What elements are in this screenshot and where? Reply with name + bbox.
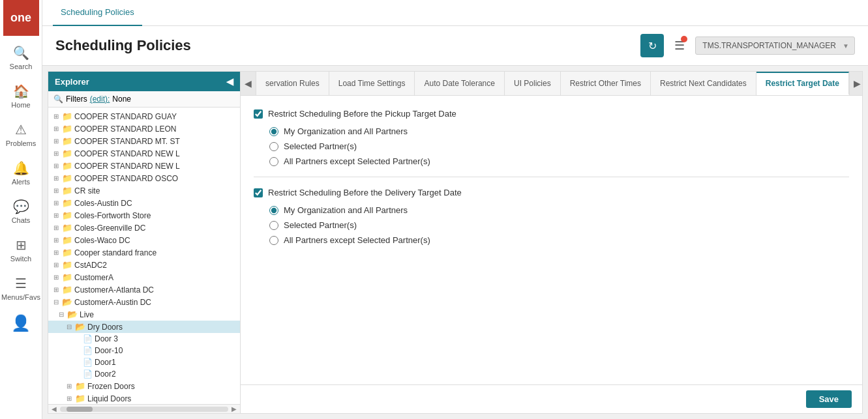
sidebar-item-switch[interactable]: ⊞ Switch [0, 231, 42, 269]
scroll-left-arrow[interactable]: ◀ [50, 405, 59, 412]
tree-item-cooper-guay[interactable]: ⊞ 📁 COOPER STANDARD GUAY [48, 110, 240, 123]
tree-item-customera-atlanta[interactable]: ⊞ 📁 CustomerA-Atlanta DC [48, 283, 240, 296]
sidebar: one 🔍 Search 🏠 Home ⚠ Problems 🔔 Alerts … [0, 0, 42, 419]
sidebar-label-alerts: Alerts [12, 178, 30, 186]
explorer-title: Explorer [55, 77, 89, 87]
header-actions: ↻ ☰ TMS.TRANSPORTATION_MANAGER [640, 34, 855, 57]
tree-item-customera[interactable]: ⊞ 📁 CustomerA [48, 271, 240, 283]
tree-item-live[interactable]: ⊟ 📂 Live [48, 308, 240, 321]
tab-load-time[interactable]: Load Time Settings [329, 72, 415, 95]
expand-icon: ⊟ [67, 323, 73, 330]
save-button[interactable]: Save [806, 390, 852, 408]
tab-scroll-left[interactable]: ◀ [241, 72, 256, 95]
sidebar-label-switch: Switch [10, 255, 31, 263]
folder-icon: 📁 [62, 111, 72, 121]
main-tab[interactable]: Scheduling Policies [53, 0, 142, 26]
delivery-radio-row-1: My Organization and All Partners [269, 205, 849, 215]
filter-edit-link[interactable]: (edit): [90, 94, 110, 104]
filter-icon: 🔍 [53, 94, 63, 104]
expand-icon: ⊞ [53, 224, 60, 231]
pickup-radio-label-selected: Selected Partner(s) [284, 141, 357, 151]
right-panel: ◀ servation Rules Load Time Settings Aut… [241, 72, 862, 413]
horizontal-scrollbar: ◀ ▶ [48, 404, 240, 413]
folder-icon: 📁 [75, 394, 85, 403]
refresh-button[interactable]: ↻ [640, 34, 664, 57]
tree-item-door10[interactable]: 📄 Door-10 [48, 345, 240, 356]
delivery-radio-myorg[interactable] [269, 206, 278, 215]
tree-label: Door2 [95, 369, 116, 379]
expand-icon: ⊟ [53, 298, 60, 306]
tab-scroll-right[interactable]: ▶ [849, 72, 862, 95]
filter-value: None [112, 94, 131, 104]
folder-open-icon: 📂 [62, 297, 72, 307]
tab-auto-date[interactable]: Auto Date Tolerance [415, 72, 505, 95]
tree-item-cstadc2[interactable]: ⊞ 📁 CstADC2 [48, 259, 240, 271]
expand-icon: ⊞ [53, 113, 60, 120]
hamburger-menu-button[interactable]: ☰ [674, 38, 685, 53]
explorer-tree: ⊞ 📁 COOPER STANDARD GUAY ⊞ 📁 COOPER STAN… [48, 108, 240, 404]
tree-item-cooper-new2[interactable]: ⊞ 📁 COOPER STANDARD NEW L [48, 160, 240, 172]
collapse-icon[interactable]: ◀ [226, 76, 233, 87]
tree-item-coles-fort[interactable]: ⊞ 📁 Coles-Fortworth Store [48, 209, 240, 222]
tree-item-door2[interactable]: 📄 Door2 [48, 368, 240, 380]
pickup-checkbox[interactable] [254, 109, 263, 119]
tree-label: Door 3 [95, 334, 118, 343]
tree-item-liquid-doors[interactable]: ⊞ 📁 Liquid Doors [48, 392, 240, 404]
tree-label: CustomerA [74, 273, 113, 282]
scroll-right-arrow[interactable]: ▶ [230, 405, 239, 412]
pickup-radio-selected[interactable] [269, 142, 278, 151]
scroll-thumb[interactable] [67, 407, 93, 412]
tab-restrict-other[interactable]: Restrict Other Times [561, 72, 651, 95]
tree-item-customera-austin[interactable]: ⊟ 📂 CustomerA-Austin DC [48, 296, 240, 308]
tree-item-cr-site[interactable]: ⊞ 📁 CR site [48, 184, 240, 197]
tree-label: Frozen Doors [87, 382, 135, 391]
delivery-radio-all-except[interactable] [269, 236, 278, 245]
folder-icon: 📁 [62, 260, 72, 270]
tab-ui-policies[interactable]: UI Policies [505, 72, 561, 95]
tab-restrict-target[interactable]: Restrict Target Date [756, 72, 849, 95]
tree-item-coles-austin[interactable]: ⊞ 📁 Coles-Austin DC [48, 197, 240, 209]
tree-item-cooper-leon[interactable]: ⊞ 📁 COOPER STANDARD LEON [48, 123, 240, 135]
expand-icon: ⊞ [53, 162, 60, 169]
tab-observation-rules[interactable]: servation Rules [256, 72, 329, 95]
folder-icon: 📁 [62, 210, 72, 220]
tab-restrict-next[interactable]: Restrict Next Candidates [651, 72, 756, 95]
pickup-radio-myorg[interactable] [269, 127, 278, 136]
delivery-checkbox[interactable] [254, 188, 263, 197]
sidebar-item-alerts[interactable]: 🔔 Alerts [0, 154, 42, 192]
folder-icon: 📁 [62, 235, 72, 245]
explorer-panel: Explorer ◀ 🔍 Filters (edit): None ⊞ 📁 CO… [48, 72, 241, 413]
sidebar-item-home[interactable]: 🏠 Home [0, 77, 42, 115]
delivery-radio-selected[interactable] [269, 221, 278, 230]
tree-item-cooper-france[interactable]: ⊞ 📁 Cooper standard france [48, 246, 240, 259]
tree-label: Dry Doors [87, 323, 123, 332]
sidebar-item-chats[interactable]: 💬 Chats [0, 192, 42, 231]
sidebar-item-search[interactable]: 🔍 Search [0, 38, 42, 77]
file-icon: 📄 [83, 369, 93, 379]
tree-item-cooper-mt[interactable]: ⊞ 📁 COOPER STANDARD MT. ST [48, 135, 240, 147]
sidebar-item-menus[interactable]: ☰ Menus/Favs [0, 269, 42, 308]
delivery-radio-row-2: Selected Partner(s) [269, 220, 849, 230]
user-dropdown[interactable]: TMS.TRANSPORTATION_MANAGER [695, 36, 855, 55]
page-title: Scheduling Policies [55, 37, 191, 54]
tree-item-dry-doors[interactable]: ⊟ 📂 Dry Doors [48, 321, 240, 333]
tabs-bar: ◀ servation Rules Load Time Settings Aut… [241, 72, 862, 96]
tree-item-frozen-doors[interactable]: ⊞ 📁 Frozen Doors [48, 380, 240, 392]
explorer-header: Explorer ◀ [48, 72, 240, 91]
pickup-radio-all-except[interactable] [269, 157, 278, 166]
app-logo: one [3, 0, 39, 36]
sidebar-item-problems[interactable]: ⚠ Problems [0, 115, 42, 154]
switch-icon: ⊞ [16, 237, 27, 253]
tree-item-door1[interactable]: 📄 Door1 [48, 356, 240, 368]
filter-label: Filters [66, 94, 87, 104]
tree-item-coles-waco[interactable]: ⊞ 📁 Coles-Waco DC [48, 234, 240, 246]
tree-item-door3[interactable]: 📄 Door 3 [48, 333, 240, 345]
expand-icon: ⊞ [53, 125, 60, 132]
tree-item-cooper-osco[interactable]: ⊞ 📁 COOPER STANDARD OSCO [48, 172, 240, 184]
tree-item-coles-green[interactable]: ⊞ 📁 Coles-Greenville DC [48, 222, 240, 234]
folder-icon: 📁 [62, 173, 72, 183]
sidebar-item-avatar[interactable]: 👤 [0, 308, 42, 339]
warning-icon: ⚠ [15, 122, 27, 137]
tree-item-cooper-new1[interactable]: ⊞ 📁 COOPER STANDARD NEW L [48, 147, 240, 160]
expand-icon: ⊞ [53, 261, 60, 268]
